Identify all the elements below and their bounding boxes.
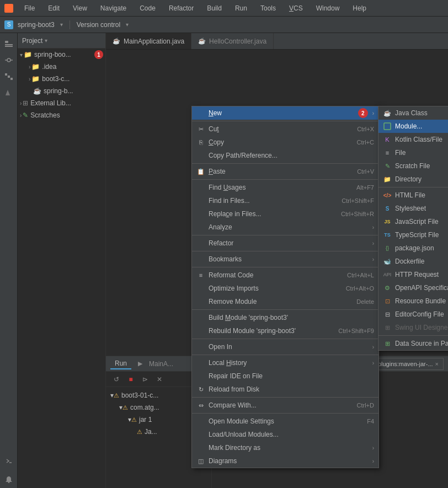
menu-item-packagejson[interactable]: {} package.json bbox=[378, 242, 448, 255]
reloaddisk-icon: ↻ bbox=[196, 385, 205, 394]
menu-item-directory[interactable]: 📁 Directory bbox=[378, 173, 448, 186]
sidebar-icon-commit[interactable] bbox=[3, 54, 15, 66]
copypath-icon bbox=[196, 151, 205, 160]
menu-item-editorconfigfile[interactable]: ⊟ EditorConfig File bbox=[378, 308, 448, 321]
close-run-btn[interactable]: ✕ bbox=[153, 373, 166, 385]
menu-item-copy[interactable]: ⎘ Copy Ctrl+C bbox=[192, 136, 378, 149]
menu-item-datasourceinpath[interactable]: ⊞ Data Source in Path bbox=[378, 337, 448, 350]
sidebar-icon-build[interactable] bbox=[3, 87, 15, 99]
menu-item-comparewith[interactable]: ⇔ Compare With... Ctrl+D bbox=[192, 399, 378, 412]
console-tab-close[interactable]: × bbox=[435, 361, 439, 367]
menu-item-httprequest[interactable]: API HTTP Request bbox=[378, 268, 448, 281]
menu-item-kotlinclass[interactable]: K Kotlin Class/File bbox=[378, 133, 448, 146]
menu-item-jsfile[interactable]: JS JavaScript File bbox=[378, 215, 448, 228]
sidebar-icon-project[interactable] bbox=[3, 37, 15, 50]
run-tab[interactable]: Run bbox=[110, 358, 131, 369]
menu-item-resourcebundle[interactable]: ⊡ Resource Bundle bbox=[378, 294, 448, 308]
project-panel-header: Project ▾ bbox=[18, 33, 105, 49]
project-dropdown-arrow[interactable]: ▾ bbox=[60, 22, 63, 28]
tree-item-idea[interactable]: › 📁 .idea bbox=[18, 61, 105, 73]
menu-run[interactable]: Run bbox=[233, 3, 249, 13]
menu-item-paste[interactable]: 📋 Paste Ctrl+V bbox=[192, 165, 378, 178]
menu-window[interactable]: Window bbox=[314, 3, 342, 13]
menu-item-diagrams[interactable]: ◫ Diagrams › bbox=[192, 454, 378, 468]
menu-item-repairide[interactable]: Repair IDE on File bbox=[192, 369, 378, 383]
sidebar-icon-structure[interactable] bbox=[3, 71, 15, 83]
scratches-icon: ✎ bbox=[23, 111, 28, 119]
menu-item-file[interactable]: ≡ File bbox=[378, 146, 448, 159]
tree-label-scratches: Scratches bbox=[30, 111, 60, 119]
menu-item-optimizeimports[interactable]: Optimize Imports Ctrl+Alt+O bbox=[192, 282, 378, 295]
menu-item-removemodule[interactable]: Remove Module Delete bbox=[192, 295, 378, 308]
menu-item-analyze[interactable]: Analyze › bbox=[192, 221, 378, 234]
menu-item-htmlfile[interactable]: </> HTML File bbox=[378, 189, 448, 202]
menu-item-reformat[interactable]: ≡ Reformat Code Ctrl+Alt+L bbox=[192, 269, 378, 282]
sidebar-icon-notifications[interactable] bbox=[3, 474, 15, 486]
menu-item-module[interactable]: Module... 3 bbox=[378, 120, 448, 133]
menu-item-rebuildmodule[interactable]: Rebuild Module 'spring-boot3' Ctrl+Shift… bbox=[192, 324, 378, 337]
menu-item-stylesheet[interactable]: S Stylesheet bbox=[378, 202, 448, 215]
menu-file[interactable]: File bbox=[22, 3, 37, 13]
tab-hello-controller[interactable]: ☕ HelloController.java bbox=[191, 33, 274, 49]
console-tab[interactable]: plugins:maven-jar-... × bbox=[373, 358, 444, 370]
menu-tools[interactable]: Tools bbox=[258, 3, 278, 13]
sep-9 bbox=[192, 355, 378, 355]
tree-item-scratches[interactable]: › ✎ Scratches bbox=[18, 109, 105, 121]
tab-main-application[interactable]: ☕ MainApplication.java bbox=[106, 33, 191, 49]
menu-item-replaceinfiles[interactable]: Replace in Files... Ctrl+Shift+R bbox=[192, 207, 378, 221]
menu-build[interactable]: Build bbox=[205, 3, 224, 13]
menu-item-openmodulesettings[interactable]: Open Module Settings F4 bbox=[192, 415, 378, 428]
tree-item-root[interactable]: ▾ 📁 spring-boo... 1 bbox=[18, 49, 105, 61]
menu-label-rebuildmodule: Rebuild Module 'spring-boot3' bbox=[209, 327, 329, 335]
menu-item-findinfiles[interactable]: Find in Files... Ctrl+Shift+F bbox=[192, 194, 378, 207]
menu-code[interactable]: Code bbox=[137, 3, 158, 13]
tree-item-springb[interactable]: ☕ spring-b... bbox=[18, 85, 105, 97]
sep-8 bbox=[192, 339, 378, 339]
menu-label-file: File bbox=[395, 149, 448, 157]
menu-label-analyze: Analyze bbox=[209, 223, 368, 231]
menu-item-bookmarks[interactable]: Bookmarks › bbox=[192, 253, 378, 266]
menu-view[interactable]: View bbox=[71, 3, 89, 13]
context-menu-2[interactable]: ☕ Java Class Module... 3 K Kotlin Class/… bbox=[378, 106, 448, 351]
menu-item-swinguidesigner[interactable]: ⊞ Swing UI Designer › bbox=[378, 321, 448, 334]
menu-item-buildmodule[interactable]: Build Module 'spring-boot3' bbox=[192, 311, 378, 324]
menu-item-openin[interactable]: Open In › bbox=[192, 340, 378, 353]
sidebar-icon-terminal[interactable] bbox=[3, 455, 15, 467]
main-tab-label[interactable]: MainA... bbox=[149, 360, 173, 368]
menu-item-localhistory[interactable]: Local History › bbox=[192, 356, 378, 369]
version-control-label[interactable]: Version control bbox=[77, 21, 120, 29]
svg-rect-2 bbox=[5, 46, 13, 47]
menu-item-refactor[interactable]: Refactor › bbox=[192, 237, 378, 250]
new-icon bbox=[196, 109, 205, 117]
project-name[interactable]: spring-boot3 bbox=[18, 21, 55, 29]
restart-btn[interactable]: ↺ bbox=[110, 373, 122, 385]
menu-label-tsfile: TypeScript File bbox=[395, 231, 448, 239]
buildmodule-icon bbox=[196, 313, 205, 322]
menu-item-tsfile[interactable]: TS TypeScript File bbox=[378, 228, 448, 242]
tree-item-boot3[interactable]: › 📁 boot3-c... bbox=[18, 73, 105, 85]
vcs-dropdown-arrow[interactable]: ▾ bbox=[126, 22, 129, 28]
menu-item-loadunload[interactable]: Load/Unload Modules... bbox=[192, 428, 378, 441]
menu-navigate[interactable]: Navigate bbox=[98, 3, 129, 13]
menu-item-findusages[interactable]: Find Usages Alt+F7 bbox=[192, 181, 378, 194]
menu-item-markdiras[interactable]: Mark Directory as › bbox=[192, 441, 378, 454]
menu-refactor[interactable]: Refactor bbox=[167, 3, 196, 13]
menu-vcs[interactable]: VCS bbox=[287, 3, 305, 13]
menu-item-reloaddisk[interactable]: ↻ Reload from Disk bbox=[192, 383, 378, 396]
step-btn[interactable]: ⊳ bbox=[139, 373, 151, 385]
menu-item-cut[interactable]: ✂ Cut Ctrl+X bbox=[192, 122, 378, 136]
menu-item-scratchfile[interactable]: ✎ Scratch File Ctrl+Alt+Shift+Insert bbox=[378, 159, 448, 173]
stop-btn[interactable]: ■ bbox=[125, 373, 137, 385]
menu-help[interactable]: Help bbox=[350, 3, 369, 13]
menu-item-dockerfile[interactable]: 🐋 Dockerfile bbox=[378, 255, 448, 268]
menu-item-copypath[interactable]: Copy Path/Reference... bbox=[192, 149, 378, 162]
context-menu-1[interactable]: New 2 › ✂ Cut Ctrl+X ⎘ Copy Ctrl+C C bbox=[191, 106, 379, 468]
tree-item-extlib[interactable]: › ⊞ External Lib... bbox=[18, 97, 105, 109]
menu-edit[interactable]: Edit bbox=[46, 3, 62, 13]
menu-item-javaclass[interactable]: ☕ Java Class bbox=[378, 106, 448, 120]
menu-label-removemodule: Remove Module bbox=[209, 298, 348, 305]
removemodule-icon bbox=[196, 297, 205, 306]
menu-item-openapispec[interactable]: ⚙ OpenAPI Specification bbox=[378, 281, 448, 294]
project-header-arrow[interactable]: ▾ bbox=[45, 37, 47, 44]
menu-item-new[interactable]: New 2 › bbox=[192, 106, 378, 120]
